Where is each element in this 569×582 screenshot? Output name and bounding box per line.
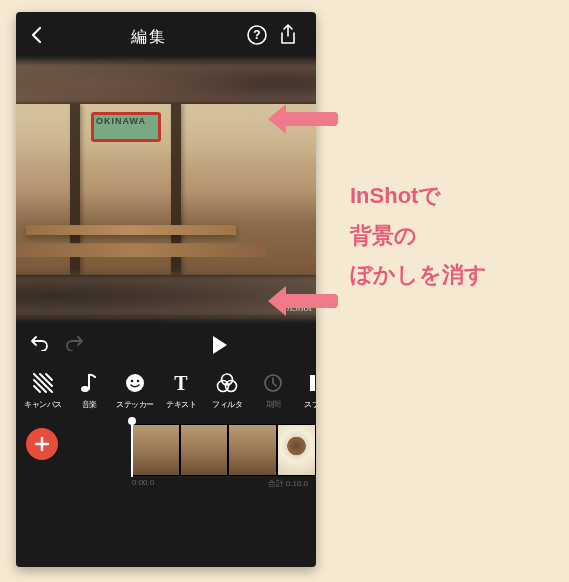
photo-content	[16, 104, 316, 275]
tool-duration[interactable]: 期間	[250, 371, 296, 410]
annotation-text: InShotで 背景の ぼかしを消す	[350, 176, 487, 295]
canvas-preview[interactable]: InShot	[16, 62, 316, 317]
canvas-icon	[31, 371, 55, 395]
background-blur-bottom	[16, 274, 316, 318]
tool-split[interactable]: スプリッ	[296, 371, 316, 410]
undo-button[interactable]	[30, 335, 50, 355]
sticker-icon	[123, 371, 147, 395]
clip-thumbnail[interactable]	[131, 424, 180, 476]
tool-label: フィルタ	[212, 399, 242, 410]
clip-thumbnail[interactable]	[277, 424, 316, 476]
svg-rect-11	[310, 375, 315, 391]
filter-icon	[215, 371, 239, 395]
share-button[interactable]	[278, 24, 302, 50]
phone-screen: 編集 ? InShot	[16, 12, 316, 567]
annotation-line: ぼかしを消す	[350, 255, 487, 295]
tool-label: 音楽	[82, 399, 97, 410]
tool-text[interactable]: T テキスト	[158, 371, 204, 410]
tool-label: キャンバス	[24, 399, 62, 410]
tool-label: スプリッ	[304, 399, 316, 410]
timeline-labels: 0:00.0 合計 0:10.0	[16, 474, 316, 489]
add-clip-button[interactable]	[26, 428, 58, 460]
help-button[interactable]: ?	[246, 24, 270, 50]
redo-button[interactable]	[64, 335, 84, 355]
timeline-clips[interactable]	[131, 424, 316, 474]
playhead[interactable]	[131, 421, 133, 477]
music-icon	[77, 371, 101, 395]
tool-music[interactable]: 音楽	[66, 371, 112, 410]
tool-filter[interactable]: フィルタ	[204, 371, 250, 410]
tool-label: 期間	[266, 399, 281, 410]
background-blur-top	[16, 61, 316, 105]
svg-point-5	[137, 380, 140, 383]
timeline[interactable]: 0:00.0 合計 0:10.0	[16, 416, 316, 489]
clock-icon	[261, 371, 285, 395]
annotation-line: 背景の	[350, 216, 487, 256]
header-bar: 編集 ?	[16, 12, 316, 62]
clip-thumbnail[interactable]	[180, 424, 229, 476]
svg-point-4	[131, 380, 134, 383]
svg-point-2	[81, 386, 89, 392]
tool-canvas[interactable]: キャンバス	[20, 371, 66, 410]
svg-text:?: ?	[253, 28, 260, 42]
total-time: 合計 0:10.0	[268, 478, 308, 489]
tool-sticker[interactable]: ステッカー	[112, 371, 158, 410]
back-button[interactable]	[30, 26, 52, 48]
tool-label: ステッカー	[116, 399, 154, 410]
playback-controls	[16, 317, 316, 369]
clip-thumbnail[interactable]	[228, 424, 277, 476]
split-icon	[307, 371, 316, 395]
svg-point-3	[126, 374, 144, 392]
start-time: 0:00.0	[132, 478, 154, 489]
page-title: 編集	[60, 27, 238, 48]
watermark[interactable]: InShot	[283, 301, 312, 313]
tool-bar: キャンバス 音楽 ステッカー T テキスト フィルタ	[16, 369, 316, 416]
svg-text:T: T	[174, 373, 188, 393]
text-icon: T	[169, 371, 193, 395]
play-button[interactable]	[138, 335, 302, 355]
annotation-line: InShotで	[350, 176, 487, 216]
tool-label: テキスト	[166, 399, 196, 410]
